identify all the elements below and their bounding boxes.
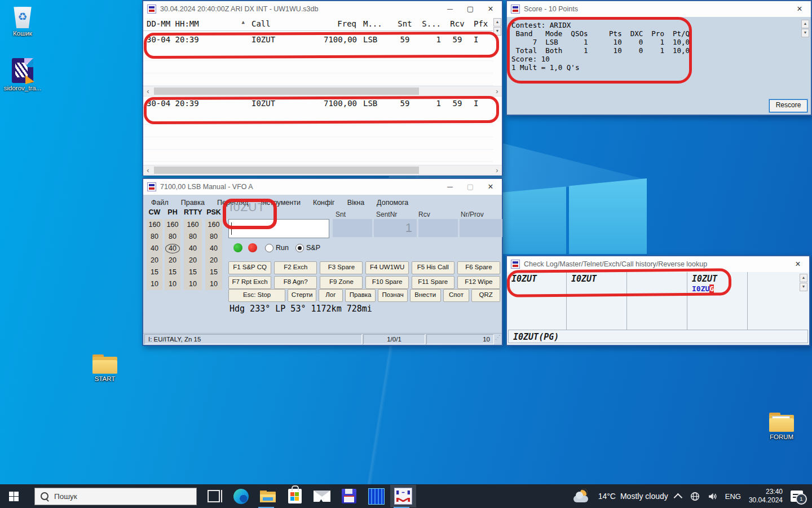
- desktop-icon-sidorov-file[interactable]: sidorov_tra...: [1, 58, 44, 91]
- band-item[interactable]: 15: [165, 266, 180, 278]
- sentnr-field[interactable]: 1: [374, 219, 417, 237]
- check-column-telnet[interactable]: [627, 272, 687, 330]
- network-globe-icon[interactable]: [690, 492, 700, 501]
- fkey-button[interactable]: F4 UW1WU: [365, 261, 408, 274]
- mode-header-ph[interactable]: PH: [165, 208, 180, 216]
- log-button[interactable]: Лог: [319, 289, 343, 302]
- taskbar-floppy-app[interactable]: [336, 484, 363, 508]
- taskbar-file-explorer[interactable]: [254, 484, 281, 508]
- speaker-icon[interactable]: [708, 492, 717, 501]
- band-item[interactable]: 40: [184, 243, 202, 255]
- entry-window-titlebar[interactable]: 7100,00 LSB Manual - VFO A — ▢ ×: [143, 179, 502, 195]
- scroll-down-icon[interactable]: ▼: [493, 27, 501, 36]
- log-horizontal-scrollbar-top[interactable]: ‹ ›: [143, 86, 502, 97]
- search-input[interactable]: [53, 492, 168, 501]
- mode-header-rtty[interactable]: RTTY: [184, 208, 202, 216]
- run-radio[interactable]: [265, 244, 273, 252]
- sp-radio-label[interactable]: S&P: [306, 244, 320, 252]
- band-item[interactable]: 160: [205, 219, 222, 231]
- menu-config[interactable]: Конфіг: [313, 199, 335, 207]
- taskbar-store[interactable]: [281, 484, 308, 508]
- fkey-button[interactable]: F8 Agn?: [274, 276, 317, 289]
- score-scrollbar[interactable]: ▲ ▼: [801, 20, 809, 37]
- maximize-button[interactable]: ▢: [460, 2, 480, 16]
- band-item[interactable]: 80: [184, 231, 202, 243]
- log-horizontal-scrollbar-bottom[interactable]: ‹ ›: [143, 165, 502, 176]
- scroll-up-icon[interactable]: ▲: [493, 18, 501, 27]
- desktop-icon-forum-folder[interactable]: FORUM: [760, 413, 803, 440]
- log-window-titlebar[interactable]: 30.04.2024 20:40:00Z ARI DX INT - UW1WU.…: [143, 1, 502, 17]
- rcv-field[interactable]: [418, 219, 458, 237]
- log-column-header[interactable]: S...: [418, 17, 444, 31]
- fkey-button[interactable]: F6 Spare: [457, 261, 500, 274]
- taskbar-telnet-app[interactable]: [363, 484, 390, 508]
- band-item[interactable]: 80: [147, 231, 162, 243]
- scrollbar-thumb[interactable]: [154, 87, 419, 95]
- rescore-button[interactable]: Rescore: [769, 99, 807, 112]
- menu-file[interactable]: Файл: [151, 199, 169, 207]
- close-button[interactable]: ×: [789, 2, 810, 16]
- scroll-right-icon[interactable]: ›: [492, 87, 502, 95]
- edit-button[interactable]: Правка: [345, 289, 376, 302]
- fkey-button[interactable]: F7 Rpt Exch: [228, 276, 271, 289]
- check-column-reverse[interactable]: [748, 272, 800, 330]
- band-item[interactable]: 160: [165, 219, 180, 231]
- band-item[interactable]: 80: [165, 231, 180, 243]
- band-column-psk[interactable]: 160 80 40 20 15 10: [205, 219, 222, 290]
- language-indicator[interactable]: ENG: [725, 492, 741, 501]
- taskbar-mail[interactable]: [308, 484, 336, 508]
- band-item[interactable]: 10: [184, 278, 202, 290]
- check-call-suggestion[interactable]: I0ZUG: [692, 284, 743, 293]
- band-item[interactable]: 20: [165, 255, 180, 266]
- menu-help[interactable]: Допомога: [377, 199, 408, 207]
- tray-chevron-up-icon[interactable]: [673, 493, 682, 502]
- scroll-down-icon[interactable]: ▼: [800, 283, 807, 291]
- log-column-header[interactable]: Freq: [320, 17, 360, 31]
- fkey-button[interactable]: F3 Spare: [320, 261, 363, 274]
- check-window-titlebar[interactable]: Check Log/Master/Telnet/Exch/Call histor…: [507, 256, 809, 272]
- band-item[interactable]: 20: [184, 255, 202, 266]
- band-item[interactable]: 40: [147, 243, 162, 255]
- log-column-header[interactable]: M...: [360, 17, 391, 31]
- band-item[interactable]: 15: [184, 266, 202, 278]
- check-scrollbar[interactable]: ▲ ▼: [800, 274, 807, 291]
- resize-grip-icon[interactable]: ⋰: [495, 334, 501, 344]
- desktop-icon-recycle-bin[interactable]: ♻ Кошик: [1, 5, 44, 37]
- scroll-left-icon[interactable]: ‹: [143, 87, 153, 95]
- fkey-button[interactable]: F10 Spare: [365, 276, 408, 289]
- log-qso-row[interactable]: 30-04 20:39 I0ZUT 7100,00 LSB 59 1 59 I: [143, 33, 493, 46]
- close-button[interactable]: ×: [480, 2, 501, 16]
- band-item[interactable]: 15: [147, 266, 162, 278]
- band-item[interactable]: 40: [205, 243, 222, 255]
- close-button[interactable]: ×: [788, 257, 808, 271]
- check-column-callhistory[interactable]: I0ZUT I0ZUG: [687, 272, 748, 330]
- scrollbar-thumb[interactable]: [154, 167, 419, 174]
- check-column-log[interactable]: I0ZUT: [507, 272, 567, 330]
- menu-windows[interactable]: Вікна: [347, 199, 364, 207]
- fkey-button[interactable]: F9 Zone: [320, 276, 363, 289]
- band-item[interactable]: 10: [205, 278, 222, 290]
- menu-tools[interactable]: Інструменти: [261, 199, 300, 207]
- scroll-left-icon[interactable]: ‹: [143, 166, 153, 174]
- scroll-up-icon[interactable]: ▲: [800, 274, 807, 282]
- check-call-match[interactable]: I0ZUT: [692, 274, 743, 284]
- task-view-button[interactable]: [200, 484, 227, 508]
- log-qso-row-pane2[interactable]: 30-04 20:39 I0ZUT 7100,00 LSB 59 1 59 I: [143, 97, 493, 110]
- mark-button[interactable]: Познач: [378, 289, 408, 302]
- desktop-icon-start-folder[interactable]: START: [83, 354, 126, 382]
- band-item[interactable]: 160: [147, 219, 162, 231]
- scroll-up-icon[interactable]: ▲: [801, 20, 809, 28]
- spot-button[interactable]: Спот: [443, 289, 470, 302]
- log-column-header[interactable]: Snt: [391, 17, 418, 31]
- minimize-button[interactable]: —: [440, 2, 460, 16]
- weather-widget[interactable]: 14°C Mostly cloudy: [598, 492, 668, 501]
- minimize-button[interactable]: —: [440, 179, 460, 194]
- band-item[interactable]: 15: [205, 266, 222, 278]
- taskbar-n1mm-active[interactable]: [390, 484, 417, 508]
- band-item[interactable]: 10: [147, 278, 162, 290]
- band-item[interactable]: 80: [205, 231, 222, 243]
- callsign-input[interactable]: [228, 219, 329, 238]
- run-radio-label[interactable]: Run: [276, 244, 289, 252]
- log-vertical-scrollbar[interactable]: ▲ ▼: [493, 18, 501, 36]
- band-column-rtty[interactable]: 160 80 40 20 15 10: [184, 219, 202, 290]
